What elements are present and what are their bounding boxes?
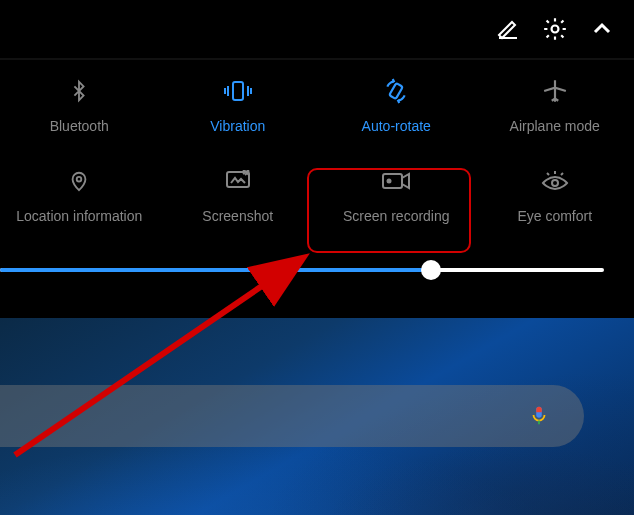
mic-icon[interactable]: [528, 403, 550, 429]
tile-label: Screen recording: [343, 208, 450, 224]
bluetooth-icon: [68, 76, 90, 106]
tile-screenshot[interactable]: Screenshot: [159, 150, 318, 240]
slider-fill: [0, 268, 431, 272]
vibration-icon: [223, 76, 253, 106]
svg-point-7: [552, 180, 558, 186]
tile-label: Bluetooth: [50, 118, 109, 134]
tile-bluetooth[interactable]: Bluetooth: [0, 60, 159, 150]
google-search-bar[interactable]: [0, 385, 584, 447]
svg-rect-1: [233, 82, 243, 100]
quicksettings-topbar: [0, 0, 634, 60]
gear-icon[interactable]: [542, 16, 568, 42]
tile-label: Airplane mode: [510, 118, 600, 134]
tile-screenrecording[interactable]: Screen recording: [317, 150, 476, 240]
eye-icon: [541, 166, 569, 196]
quicksettings-grid: Bluetooth Vibration Auto-rotate Airplane: [0, 60, 634, 240]
rotate-icon: [383, 76, 409, 106]
tile-label: Screenshot: [202, 208, 273, 224]
svg-rect-5: [383, 174, 402, 188]
tile-label: Vibration: [210, 118, 265, 134]
svg-point-0: [552, 26, 559, 33]
tile-label: Location information: [16, 208, 142, 224]
svg-rect-2: [389, 83, 403, 99]
video-icon: [381, 166, 411, 196]
tile-label: Auto-rotate: [362, 118, 431, 134]
edit-icon[interactable]: [496, 17, 520, 41]
tile-eyecomfort[interactable]: Eye comfort: [476, 150, 635, 240]
airplane-icon: [542, 76, 568, 106]
chevron-up-icon[interactable]: [590, 17, 614, 41]
svg-point-3: [77, 177, 82, 182]
location-icon: [68, 166, 90, 196]
tile-location[interactable]: Location information: [0, 150, 159, 240]
tile-airplane[interactable]: Airplane mode: [476, 60, 635, 150]
slider-thumb[interactable]: [421, 260, 441, 280]
svg-point-6: [387, 179, 392, 184]
tile-label: Eye comfort: [517, 208, 592, 224]
tile-autorotate[interactable]: Auto-rotate: [317, 60, 476, 150]
screenshot-icon: [225, 166, 251, 196]
tile-vibration[interactable]: Vibration: [159, 60, 318, 150]
brightness-slider[interactable]: [0, 240, 634, 300]
